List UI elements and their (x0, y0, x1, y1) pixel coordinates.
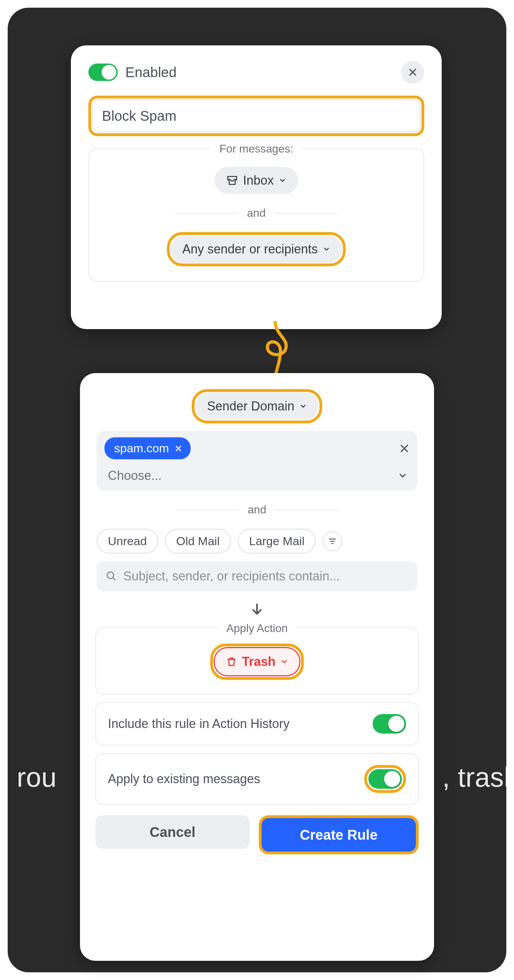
bg-text-right: , trash (442, 762, 506, 792)
search-input[interactable]: Subject, sender, or recipients contain..… (97, 561, 417, 591)
chevron-down-icon (280, 658, 288, 665)
domain-chip-label: spam.com (114, 441, 169, 455)
history-option: Include this rule in Action History (95, 702, 419, 746)
sender-domain-dropdown[interactable]: Sender Domain (195, 393, 319, 420)
chip-remove-icon[interactable] (175, 445, 182, 452)
action-label: Trash (242, 654, 276, 669)
apply-existing-highlight (364, 765, 406, 793)
rule-name-input[interactable] (92, 99, 420, 132)
sender-filter-label: Any sender or recipients (182, 242, 318, 256)
filter-chip-largemail[interactable]: Large Mail (238, 529, 316, 554)
and-separator: and (103, 207, 410, 220)
more-filters-button[interactable] (322, 531, 342, 551)
action-dropdown[interactable]: Trash (214, 647, 300, 676)
clear-domains-icon[interactable] (399, 443, 410, 454)
history-option-label: Include this rule in Action History (108, 716, 289, 731)
create-rule-button[interactable]: Create Rule (262, 818, 416, 851)
create-rule-label: Create Rule (300, 827, 377, 843)
filter-chip-label: Old Mail (176, 535, 220, 548)
rule-editor-panel-top: Enabled For messages: Inbox and Any send… (71, 45, 442, 329)
search-placeholder: Subject, sender, or recipients contain..… (123, 569, 340, 584)
apply-existing-option: Apply to existing messages (95, 753, 419, 805)
filter-chip-label: Large Mail (249, 535, 305, 548)
create-rule-highlight: Create Rule (259, 815, 419, 854)
apply-existing-label: Apply to existing messages (108, 772, 260, 786)
action-section: Apply Action Trash (95, 627, 419, 695)
history-toggle[interactable] (373, 714, 406, 733)
and-separator-2: and (97, 503, 417, 516)
rule-editor-panel-bottom: Sender Domain spam.com Choose... and (80, 373, 434, 961)
domain-chip[interactable]: spam.com (104, 437, 191, 459)
enabled-label: Enabled (125, 65, 177, 80)
cancel-label: Cancel (150, 824, 195, 840)
enabled-toggle[interactable] (88, 64, 118, 81)
mailbox-dropdown[interactable]: Inbox (214, 167, 298, 194)
filter-chip-unread[interactable]: Unread (97, 529, 158, 554)
bg-text-left: g rou (8, 762, 57, 792)
filter-chip-oldmail[interactable]: Old Mail (165, 529, 231, 554)
chevron-down-icon (279, 177, 286, 184)
sender-domain-highlight: Sender Domain (192, 389, 322, 423)
chevron-down-icon (322, 245, 330, 253)
close-button[interactable] (401, 61, 424, 84)
flow-arrow (95, 602, 419, 617)
rule-name-highlight (88, 95, 424, 136)
arrow-down-icon (249, 602, 265, 617)
choose-dropdown[interactable]: Choose... (104, 463, 410, 491)
choose-placeholder: Choose... (108, 468, 162, 483)
close-icon (408, 67, 418, 77)
chevron-down-icon (299, 402, 307, 410)
sender-filter-dropdown[interactable]: Any sender or recipients (171, 235, 342, 263)
trash-icon (226, 656, 237, 667)
filter-icon (328, 537, 337, 546)
messages-section-label: For messages: (211, 142, 302, 155)
chevron-down-icon (398, 471, 407, 480)
action-section-label: Apply Action (218, 622, 296, 635)
mailbox-label: Inbox (243, 173, 274, 188)
sender-filter-highlight: Any sender or recipients (167, 232, 346, 266)
apply-existing-toggle[interactable] (369, 769, 402, 789)
and-label: and (247, 207, 265, 220)
cancel-button[interactable]: Cancel (95, 815, 250, 849)
domain-tag-input[interactable]: spam.com Choose... (97, 431, 417, 491)
sender-domain-label: Sender Domain (207, 399, 294, 414)
inbox-icon (226, 175, 238, 186)
and-label-2: and (247, 503, 266, 516)
search-icon (106, 571, 117, 582)
filter-chip-label: Unread (108, 535, 147, 548)
action-highlight: Trash (210, 644, 304, 680)
messages-section: For messages: Inbox and Any sender or re… (88, 148, 424, 282)
